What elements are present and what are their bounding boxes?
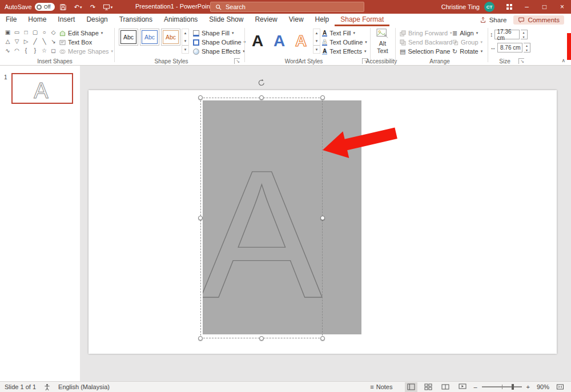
tab-help[interactable]: Help — [309, 14, 335, 26]
shape-icon[interactable]: □ — [22, 28, 30, 37]
wordart-style-thumb-2[interactable]: A — [270, 28, 289, 54]
shape-icon[interactable]: { — [22, 46, 30, 55]
gallery-down-button[interactable]: ▾ — [313, 37, 320, 45]
tab-insert[interactable]: Insert — [52, 14, 81, 26]
shape-width-input[interactable]: 8.76 cm — [497, 43, 522, 52]
touch-mouse-mode-button[interactable]: ▾ — [102, 1, 114, 13]
maximize-button[interactable]: □ — [536, 0, 553, 14]
minimize-button[interactable]: – — [518, 0, 536, 14]
shape-height-input[interactable]: 17.36 cm — [494, 30, 520, 39]
shape-icon[interactable]: ▽ — [13, 37, 21, 46]
tab-design[interactable]: Design — [81, 14, 113, 26]
slide-indicator[interactable]: Slide 1 of 1 — [5, 383, 36, 390]
shape-style-thumb-3[interactable]: Abc — [161, 29, 180, 46]
shape-outline-button[interactable]: Shape Outline ▾ — [193, 38, 246, 46]
rotate-handle[interactable] — [258, 79, 266, 87]
gallery-up-button[interactable]: ▴ — [182, 29, 188, 37]
slide-editing-area[interactable]: A — [80, 66, 571, 381]
resize-handle-middle-right[interactable] — [320, 216, 325, 220]
tab-review[interactable]: Review — [249, 14, 283, 26]
zoom-out-button[interactable]: – — [473, 383, 477, 390]
gallery-more-button[interactable]: ▾ — [313, 45, 320, 53]
shape-icon[interactable]: ☆ — [40, 46, 49, 55]
zoom-slider-thumb[interactable] — [512, 384, 514, 390]
group-button[interactable]: Group ▾ — [452, 38, 482, 46]
shape-icon[interactable]: △ — [3, 37, 12, 46]
resize-handle-top-left[interactable] — [198, 95, 203, 100]
gallery-up-button[interactable]: ▴ — [313, 29, 320, 37]
close-button[interactable]: × — [553, 0, 571, 14]
account-name[interactable]: Christine Ting — [441, 3, 480, 10]
notes-button[interactable]: ≡ Notes — [370, 383, 392, 390]
slide-sorter-view-button[interactable] — [422, 382, 435, 392]
tab-file[interactable]: File — [0, 14, 22, 26]
avatar[interactable]: CT — [484, 2, 494, 12]
align-button[interactable]: ≣ Align ▾ — [452, 29, 478, 37]
wordart-style-thumb-3[interactable]: A — [291, 28, 311, 54]
text-effects-button[interactable]: A Text Effects ▾ — [322, 47, 366, 55]
normal-view-button[interactable] — [405, 382, 417, 392]
spin-down-button[interactable]: ▾ — [521, 35, 527, 39]
shape-styles-dialog-launcher[interactable]: ↘ — [234, 58, 240, 64]
resize-handle-top-center[interactable] — [259, 95, 264, 100]
autosave-toggle[interactable]: Off — [35, 3, 55, 11]
shape-icon[interactable]: ▭ — [13, 28, 21, 37]
resize-handle-middle-left[interactable] — [198, 216, 203, 220]
comments-button[interactable]: Comments — [513, 15, 564, 25]
resize-handle-bottom-right[interactable] — [320, 336, 325, 341]
fit-to-window-button[interactable] — [554, 382, 566, 392]
tab-view[interactable]: View — [283, 14, 309, 26]
tab-home[interactable]: Home — [22, 14, 52, 26]
search-input[interactable]: Search — [210, 2, 364, 12]
gallery-more-button[interactable]: ▾ — [182, 45, 188, 53]
zoom-slider[interactable] — [482, 383, 522, 390]
resize-handle-bottom-center[interactable] — [259, 336, 264, 341]
tab-transitions[interactable]: Transitions — [114, 14, 158, 26]
size-dialog-launcher[interactable]: ↘ — [518, 58, 524, 64]
slide-show-button[interactable] — [456, 382, 469, 392]
shape-fill-button[interactable]: Shape Fill ▾ — [193, 29, 234, 37]
wordart-style-thumb-1[interactable]: A — [248, 28, 267, 54]
tab-shape-format[interactable]: Shape Format — [335, 14, 389, 26]
shape-icon[interactable]: ∿ — [3, 46, 12, 55]
undo-button[interactable]: ↶ ▾ — [72, 1, 85, 13]
edit-shape-button[interactable]: Edit Shape ▾ — [59, 29, 103, 37]
shape-icon[interactable]: } — [31, 46, 39, 55]
shape-icon[interactable]: ◻ — [49, 46, 58, 55]
resize-handle-bottom-left[interactable] — [198, 336, 203, 341]
shape-icon[interactable]: ▣ — [3, 28, 12, 37]
zoom-level[interactable]: 90% — [534, 383, 549, 390]
shape-icon[interactable]: ╱ — [31, 37, 39, 46]
merge-shapes-button[interactable]: Merge Shapes ▾ — [59, 47, 113, 55]
share-button[interactable]: Share — [480, 17, 507, 23]
rotate-button[interactable]: ↻ Rotate ▾ — [452, 47, 482, 55]
zoom-in-button[interactable]: + — [526, 383, 530, 390]
shape-icon[interactable]: ╲ — [40, 37, 49, 46]
tab-slide-show[interactable]: Slide Show — [203, 14, 249, 26]
selection-bounding-box[interactable] — [200, 98, 323, 338]
ribbon-display-options-button[interactable] — [500, 0, 518, 14]
shape-icon[interactable]: ▢ — [31, 28, 39, 37]
shape-icon[interactable]: ○ — [40, 28, 49, 37]
redo-button[interactable]: ↷ — [87, 1, 99, 13]
accessibility-button[interactable] — [44, 383, 50, 391]
spin-up-button[interactable]: ▴ — [524, 43, 530, 48]
shape-style-thumb-1[interactable]: Abc — [119, 29, 138, 46]
language-button[interactable]: English (Malaysia) — [58, 383, 110, 390]
save-button[interactable] — [57, 1, 70, 13]
send-backward-button[interactable]: Send Backward ▾ — [400, 38, 457, 46]
gallery-down-button[interactable]: ▾ — [182, 37, 188, 45]
shape-icon[interactable]: ◇ — [49, 28, 58, 37]
shape-style-thumb-2[interactable]: Abc — [140, 29, 159, 46]
shape-icon[interactable]: ↘ — [49, 37, 58, 46]
shape-icon[interactable]: ◠ — [13, 46, 21, 55]
tab-animations[interactable]: Animations — [158, 14, 203, 26]
resize-handle-top-right[interactable] — [320, 95, 325, 100]
shape-effects-button[interactable]: Shape Effects ▾ — [193, 47, 245, 55]
selection-pane-button[interactable]: ▤ Selection Pane — [400, 47, 450, 55]
shape-icon[interactable]: ▷ — [22, 37, 30, 46]
bring-forward-button[interactable]: Bring Forward ▾ — [400, 29, 452, 37]
spin-up-button[interactable]: ▴ — [521, 30, 527, 35]
alt-text-button[interactable]: Alt Text — [371, 28, 394, 56]
slide-thumbnail-1[interactable]: A — [11, 73, 73, 104]
